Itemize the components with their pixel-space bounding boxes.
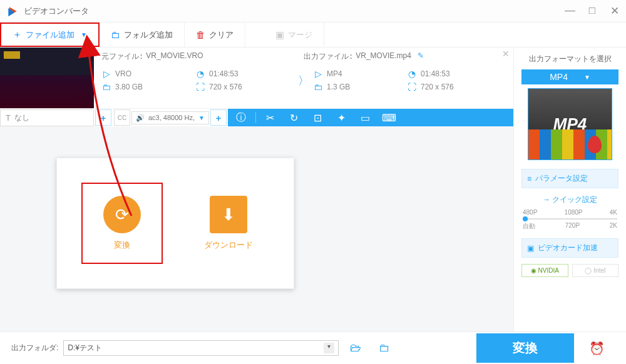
quality-slider[interactable]: 480P 1080P 4K 自動 720P 2K [521, 209, 618, 231]
chevron-down-icon: ▼ [584, 74, 590, 81]
subtitle-edit-icon[interactable]: ⌨ [380, 112, 399, 124]
dropdown-icon: ▼ [81, 31, 87, 38]
convert-card-label: 変換 [114, 240, 130, 251]
qtick: 4K [610, 209, 617, 216]
edit-toolbar: ⓘ ✂ ↻ ⊡ ✦ ▭ ⌨ [228, 109, 513, 126]
qtick: 720P [565, 222, 580, 231]
out-duration: 01:48:53 [421, 69, 450, 78]
output-file-name: VR_MOVIE.mp4 [356, 51, 411, 62]
add-audio-button[interactable]: + [210, 109, 227, 126]
source-file-name: VR_MOVIE.VRO [146, 51, 203, 62]
output-format-panel: 出力フォーマットを選択 MP4 ▼ MP4 ≡ パラメータ設定 クイック設定 4… [513, 48, 626, 331]
rename-icon[interactable]: ✎ [418, 51, 424, 62]
cc-button[interactable]: CC [114, 109, 130, 126]
source-info: ▷VRO ◔01:48:53 🗀3.80 GB ⛶720 x 576 [101, 66, 294, 95]
add-file-button[interactable]: ＋ ファイル追加 ▼ [0, 23, 100, 47]
file-item: ✕ 元ファイル: VR_MOVIE.VRO 出力ファイル: VR_MOVIE.m… [0, 48, 513, 108]
chevron-down-icon: ▾ [324, 343, 334, 353]
convert-card[interactable]: ⟳ 変換 [81, 183, 163, 264]
close-button[interactable]: ✕ [610, 4, 620, 18]
folder-plus-icon: 🗀 [111, 29, 120, 40]
video-format-icon: ▷ [101, 69, 111, 79]
src-duration: 01:48:53 [209, 69, 239, 78]
convert-button-label: 変換 [513, 341, 538, 355]
footer: 出力フォルダ: D:¥テスト ▾ 🗁 🗀 変換 ⏰ [0, 331, 626, 364]
merge-icon: ▣ [275, 29, 284, 41]
qtick: 自動 [523, 222, 535, 231]
out-resolution: 720 x 576 [421, 83, 454, 91]
nvidia-badge: ◉NVIDIA [521, 264, 568, 277]
video-format-icon: ▷ [313, 69, 323, 79]
output-file-label: 出力ファイル: [304, 51, 353, 62]
output-folder-label: 出力フォルダ: [11, 343, 58, 353]
sliders-icon: ≡ [527, 174, 531, 183]
output-info: ▷MP4 ◔01:48:53 🗀1.3 GB ⛶720 x 576 [313, 66, 506, 95]
resolution-icon: ⛶ [195, 82, 205, 92]
gpu-label: ビデオカード加速 [538, 243, 598, 253]
slider-handle[interactable] [523, 216, 528, 221]
trash-icon: 🗑 [196, 29, 205, 40]
src-resolution: 720 x 576 [209, 83, 242, 91]
source-file-label: 元ファイル: [101, 51, 143, 62]
speaker-icon: 🔊 [136, 114, 145, 122]
add-folder-button[interactable]: 🗀 フォルダ追加 [100, 23, 185, 47]
toolbar: ＋ ファイル追加 ▼ 🗀 フォルダ追加 🗑 クリア ▣ マージ [0, 23, 626, 48]
src-format: VRO [115, 69, 131, 78]
cut-icon[interactable]: ✂ [261, 112, 280, 124]
output-format-header: 出力フォーマットを選択 [521, 54, 618, 64]
plus-icon: ＋ [13, 29, 22, 41]
file-list-pane: ✕ 元ファイル: VR_MOVIE.VRO 出力ファイル: VR_MOVIE.m… [0, 48, 513, 331]
remove-file-button[interactable]: ✕ [502, 49, 510, 59]
add-subtitle-button[interactable]: + [95, 109, 111, 126]
output-folder-input[interactable]: D:¥テスト ▾ [63, 340, 339, 356]
convert-icon: ⟳ [103, 196, 141, 233]
out-format: MP4 [327, 69, 342, 78]
parameter-settings-button[interactable]: ≡ パラメータ設定 [521, 169, 618, 188]
watermark-icon[interactable]: ▭ [356, 112, 375, 124]
track-editor-bar: T なし + CC 🔊 ac3, 48000 Hz, ▼ + ⓘ ✂ ↻ ⊡ ✦ [0, 108, 513, 126]
nvidia-icon: ◉ [531, 267, 536, 274]
out-size: 1.3 GB [327, 83, 350, 91]
maximize-button[interactable]: □ [587, 4, 597, 18]
clock-icon: ◔ [195, 69, 205, 79]
minimize-button[interactable]: — [565, 4, 575, 18]
gpu-accel-button[interactable]: ▣ ビデオカード加速 [521, 238, 618, 258]
add-file-label: ファイル追加 [26, 29, 74, 41]
add-folder-label: フォルダ追加 [124, 29, 173, 41]
resolution-icon: ⛶ [407, 82, 417, 92]
text-icon: T [6, 113, 11, 123]
clock-icon: ◔ [407, 69, 417, 79]
subtitle-value: なし [14, 113, 29, 123]
src-size: 3.80 GB [115, 83, 143, 91]
subtitle-select[interactable]: T なし [0, 109, 94, 126]
chevron-down-icon: ▼ [198, 114, 205, 121]
info-icon[interactable]: ⓘ [232, 111, 250, 124]
chip-icon: ▣ [527, 244, 534, 253]
quick-settings-header: クイック設定 [521, 195, 618, 205]
video-thumbnail[interactable] [0, 48, 94, 108]
convert-button[interactable]: 変換 [476, 333, 574, 363]
merge-label: マージ [288, 29, 312, 41]
app-logo-icon [6, 5, 19, 18]
download-card[interactable]: ⬇ ダウンロード [188, 183, 269, 264]
format-select-button[interactable]: MP4 ▼ [521, 69, 618, 84]
titlebar: ビデオコンバータ — □ ✕ [0, 0, 626, 23]
intel-icon: ◯ [585, 267, 592, 274]
folder-icon: 🗀 [101, 82, 111, 92]
format-preview[interactable]: MP4 [528, 88, 612, 160]
download-card-label: ダウンロード [204, 240, 253, 251]
rotate-icon[interactable]: ↻ [285, 112, 304, 124]
crop-icon[interactable]: ⊡ [309, 112, 327, 124]
open-folder-button[interactable]: 🗁 [344, 341, 367, 355]
format-select-label: MP4 [550, 72, 568, 82]
audio-track-value: ac3, 48000 Hz, [148, 114, 195, 121]
folder-icon: 🗀 [313, 82, 323, 92]
effects-icon[interactable]: ✦ [332, 112, 351, 124]
qtick: 1080P [565, 209, 583, 216]
audio-track-select[interactable]: 🔊 ac3, 48000 Hz, ▼ [131, 111, 209, 124]
merge-button[interactable]: ▣ マージ [264, 23, 324, 47]
arrow-icon: 〉 [294, 66, 313, 95]
clear-button[interactable]: 🗑 クリア [185, 23, 245, 47]
browse-output-folder-button[interactable]: 🗀 [372, 341, 396, 355]
schedule-icon[interactable]: ⏰ [579, 341, 615, 356]
